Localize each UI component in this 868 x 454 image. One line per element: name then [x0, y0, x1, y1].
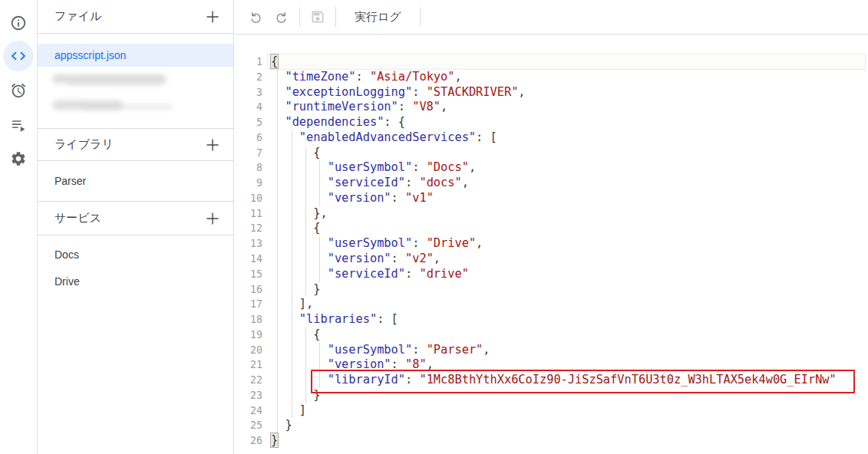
- add-service-button[interactable]: [201, 207, 224, 230]
- service-item-label: Docs: [54, 248, 79, 261]
- code-line-text: }: [271, 388, 320, 403]
- add-file-button[interactable]: [201, 5, 224, 28]
- code-line[interactable]: 16 }: [235, 282, 868, 298]
- rail-item-triggers[interactable]: [3, 75, 34, 106]
- code-line[interactable]: 17 ],: [235, 297, 868, 312]
- code-line[interactable]: 7 {: [235, 146, 868, 161]
- line-number: 26: [235, 433, 262, 449]
- file-item-label: appsscript.json: [54, 49, 126, 61]
- line-number: 24: [235, 403, 262, 419]
- line-number: 3: [235, 85, 262, 100]
- code-line-text: "version": "v2",: [271, 252, 441, 267]
- redo-icon: [274, 9, 289, 25]
- line-number: 22: [235, 373, 262, 388]
- code-line[interactable]: 1{: [235, 54, 868, 70]
- code-line[interactable]: 3 "exceptionLogging": "STACKDRIVER",: [235, 85, 868, 100]
- add-library-button[interactable]: [201, 133, 224, 156]
- code-line[interactable]: 22 "libraryId": "1Mc8BthYthXx6CoIz90-JiS…: [235, 373, 868, 388]
- rail-item-overview[interactable]: [3, 8, 34, 38]
- undo-button[interactable]: [244, 5, 267, 28]
- line-number: 2: [235, 70, 262, 85]
- code-line-text: "enabledAdvancedServices": [: [271, 130, 497, 146]
- code-line-text: "exceptionLogging": "STACKDRIVER",: [271, 85, 526, 100]
- code-line[interactable]: 21 "version": "8",: [235, 357, 868, 373]
- code-line[interactable]: 5 "dependencies": {: [235, 115, 868, 130]
- code-line[interactable]: 23 }: [235, 388, 868, 403]
- code-line-text: {: [271, 221, 320, 236]
- file-item-appsscript-json[interactable]: appsscript.json: [38, 44, 233, 67]
- code-line-text: "timeZone": "Asia/Tokyo",: [271, 70, 462, 85]
- file-item-redacted-2[interactable]: [38, 97, 233, 117]
- code-line[interactable]: 19 {: [235, 327, 868, 343]
- executions-icon: [10, 117, 27, 134]
- code-line[interactable]: 12 {: [235, 221, 868, 236]
- gear-icon: [10, 150, 27, 167]
- line-number: 19: [235, 327, 262, 343]
- library-item-parser[interactable]: Parser: [38, 161, 233, 201]
- line-number: 11: [235, 206, 262, 222]
- library-item-label: Parser: [54, 175, 86, 187]
- libraries-section-title: ライブラリ: [54, 137, 114, 152]
- service-item-drive[interactable]: Drive: [38, 268, 233, 294]
- code-line-text: },: [271, 206, 328, 222]
- plus-icon: [204, 137, 221, 153]
- alarm-clock-icon: [10, 82, 27, 99]
- code-line-text: "libraries": [: [271, 312, 398, 327]
- code-line-text: "version": "8",: [271, 357, 434, 373]
- line-number: 9: [235, 176, 262, 191]
- code-editor[interactable]: 1{2 "timeZone": "Asia/Tokyo",3 "exceptio…: [235, 35, 868, 454]
- line-number: 15: [235, 267, 262, 282]
- rail-item-executions[interactable]: [3, 110, 34, 141]
- plus-icon: [204, 8, 221, 25]
- code-line-text: }: [271, 282, 320, 298]
- code-line-text: {: [271, 54, 278, 70]
- code-line[interactable]: 10 "version": "v1": [235, 191, 868, 206]
- execution-log-button[interactable]: 実行ログ: [342, 10, 414, 25]
- line-number: 12: [235, 221, 262, 236]
- line-number: 25: [235, 418, 262, 433]
- code-line[interactable]: 20 "userSymbol": "Parser",: [235, 343, 868, 358]
- toolbar-divider: [420, 7, 421, 27]
- editor-toolbar: 実行ログ: [235, 0, 868, 35]
- rail-item-editor[interactable]: [3, 41, 34, 71]
- line-number: 13: [235, 236, 262, 252]
- file-item-redacted-1[interactable]: [38, 71, 233, 91]
- code-line[interactable]: 6 "enabledAdvancedServices": [: [235, 130, 868, 146]
- code-line[interactable]: 15 "serviceId": "drive": [235, 267, 868, 282]
- line-number: 18: [235, 312, 262, 327]
- line-number: 20: [235, 343, 262, 358]
- redo-button[interactable]: [270, 5, 293, 28]
- line-number: 21: [235, 357, 262, 373]
- code-line[interactable]: 18 "libraries": [: [235, 312, 868, 327]
- side-panel: ファイル appsscript.json ライブラリ Parser サービス D…: [38, 0, 234, 454]
- info-icon: [10, 15, 27, 31]
- code-line[interactable]: 14 "version": "v2",: [235, 252, 868, 267]
- code-line-text: "userSymbol": "Parser",: [271, 343, 490, 358]
- code-line[interactable]: 2 "timeZone": "Asia/Tokyo",: [235, 70, 868, 85]
- toolbar-divider: [335, 7, 336, 27]
- save-button[interactable]: [306, 5, 329, 28]
- line-number: 17: [235, 297, 262, 312]
- code-line-text: "serviceId": "drive": [271, 267, 469, 282]
- files-section-header: ファイル: [38, 0, 233, 34]
- rail-item-settings[interactable]: [3, 143, 34, 174]
- service-item-docs[interactable]: Docs: [38, 241, 233, 268]
- code-line-text: }: [271, 433, 278, 449]
- code-line[interactable]: 24 ]: [235, 403, 868, 419]
- save-icon: [310, 9, 325, 25]
- code-line-text: "libraryId": "1Mc8BthYthXx6CoIz90-JiSzSa…: [271, 373, 837, 388]
- service-item-label: Drive: [54, 275, 80, 288]
- line-number: 4: [235, 100, 262, 115]
- undo-icon: [248, 9, 263, 25]
- code-line[interactable]: 13 "userSymbol": "Drive",: [235, 236, 868, 252]
- code-line-text: "runtimeVersion": "V8",: [271, 100, 447, 115]
- code-line[interactable]: 8 "userSymbol": "Docs",: [235, 160, 868, 176]
- code-line[interactable]: 4 "runtimeVersion": "V8",: [235, 100, 868, 115]
- plus-icon: [204, 210, 221, 227]
- code-line-text: ],: [271, 297, 313, 312]
- code-line[interactable]: 26}: [235, 433, 868, 449]
- code-line[interactable]: 25 }: [235, 418, 868, 433]
- code-line[interactable]: 9 "serviceId": "docs",: [235, 176, 868, 191]
- code-line[interactable]: 11 },: [235, 206, 868, 222]
- line-number: 1: [235, 54, 262, 70]
